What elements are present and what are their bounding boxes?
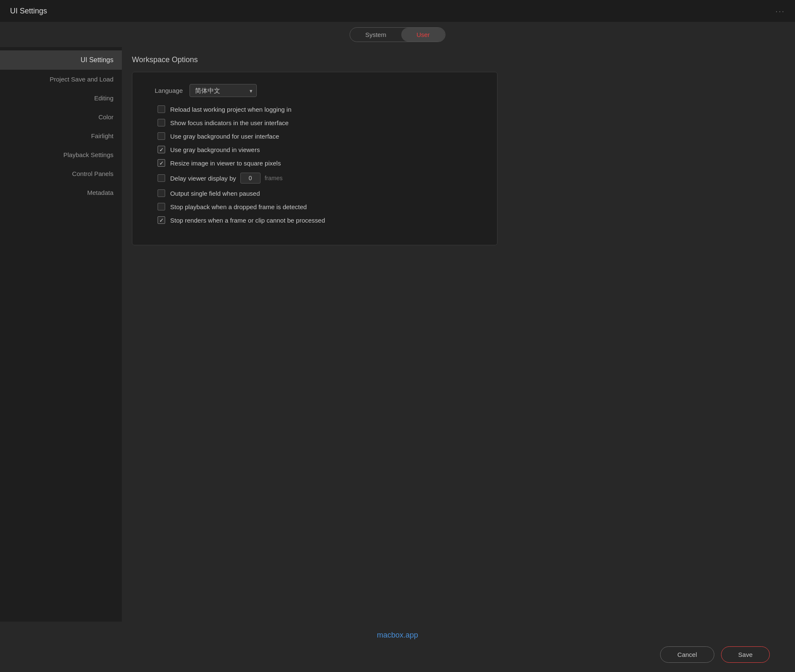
checkbox-label-resize-image-square-pixels: Resize image in viewer to square pixels	[170, 160, 281, 167]
checkbox-label-output-single-field: Output single field when paused	[170, 190, 260, 197]
main-content: UI Settings Project Save and Load Editin…	[0, 47, 795, 622]
checkbox-stop-renders-cannot-process[interactable]: ✓	[158, 216, 165, 224]
checkbox-row-show-focus-indicators: Show focus indicators in the user interf…	[149, 119, 480, 126]
sidebar-item-metadata[interactable]: Metadata	[0, 183, 122, 202]
checkmark-icon: ✓	[159, 218, 164, 223]
checkbox-stop-playback-dropped-frame[interactable]	[158, 203, 165, 210]
checkbox-use-gray-background-viewers[interactable]: ✓	[158, 146, 165, 153]
tab-system[interactable]: System	[350, 28, 401, 42]
checkbox-row-stop-renders-cannot-process: ✓ Stop renders when a frame or clip cann…	[149, 216, 480, 224]
checkbox-row-reload-last-project: Reload last working project when logging…	[149, 105, 480, 113]
sidebar-item-fairlight[interactable]: Fairlight	[0, 126, 122, 145]
sidebar-item-color[interactable]: Color	[0, 108, 122, 126]
window: UI Settings ··· System User UI Settings …	[0, 0, 795, 672]
checkbox-row-use-gray-background-viewers: ✓ Use gray background in viewers	[149, 146, 480, 153]
watermark-label: macbox.app	[377, 631, 418, 640]
checkbox-row-output-single-field: Output single field when paused	[149, 189, 480, 197]
checkbox-show-focus-indicators[interactable]	[158, 119, 165, 126]
checkmark-icon: ✓	[159, 147, 164, 152]
bottom-buttons: Cancel Save	[0, 646, 795, 663]
sidebar-item-editing[interactable]: Editing	[0, 89, 122, 108]
save-button[interactable]: Save	[721, 646, 770, 663]
sidebar-item-project-save-load[interactable]: Project Save and Load	[0, 70, 122, 89]
bottom-area: macbox.app Cancel Save	[0, 622, 795, 672]
cancel-button[interactable]: Cancel	[660, 646, 714, 663]
checkbox-output-single-field[interactable]	[158, 189, 165, 197]
checkbox-delay-viewer-display[interactable]	[158, 174, 165, 182]
workspace-options-header: Workspace Options	[132, 55, 785, 64]
window-title: UI Settings	[10, 7, 47, 16]
delay-input-row: Delay viewer display by frames	[170, 173, 283, 184]
checkbox-reload-last-project[interactable]	[158, 105, 165, 113]
checkbox-label-use-gray-background-viewers: Use gray background in viewers	[170, 146, 260, 153]
title-bar: UI Settings ···	[0, 0, 795, 22]
delay-frames-input[interactable]	[240, 173, 261, 184]
language-select[interactable]: 简体中文	[190, 84, 257, 97]
sidebar-header: UI Settings	[0, 50, 122, 70]
sidebar-item-control-panels[interactable]: Control Panels	[0, 164, 122, 183]
checkbox-label-use-gray-background-ui: Use gray background for user interface	[170, 133, 279, 140]
top-tabs: System User	[0, 22, 795, 47]
checkmark-icon: ✓	[159, 160, 164, 166]
checkbox-label-stop-renders-cannot-process: Stop renders when a frame or clip cannot…	[170, 217, 325, 224]
language-select-wrapper: 简体中文	[190, 84, 257, 97]
checkbox-row-stop-playback-dropped-frame: Stop playback when a dropped frame is de…	[149, 203, 480, 210]
checkbox-use-gray-background-ui[interactable]	[158, 132, 165, 140]
checkbox-row-resize-image-square-pixels: ✓ Resize image in viewer to square pixel…	[149, 159, 480, 167]
tab-user[interactable]: User	[401, 28, 445, 42]
sidebar-item-playback-settings[interactable]: Playback Settings	[0, 145, 122, 164]
settings-panel: Language 简体中文 Reload last working projec…	[132, 72, 498, 245]
content-area: Workspace Options Language 简体中文 Reload l…	[122, 47, 795, 622]
language-label: Language	[149, 87, 183, 94]
language-row: Language 简体中文	[149, 84, 480, 97]
checkbox-resize-image-square-pixels[interactable]: ✓	[158, 159, 165, 167]
tab-pill: System User	[350, 27, 445, 42]
checkbox-label-stop-playback-dropped-frame: Stop playback when a dropped frame is de…	[170, 203, 307, 210]
checkbox-label-delay-viewer-display: Delay viewer display by	[170, 175, 236, 182]
checkbox-label-reload-last-project: Reload last working project when logging…	[170, 106, 292, 113]
more-options-icon[interactable]: ···	[775, 6, 785, 16]
checkbox-row-delay-viewer-display: Delay viewer display by frames	[149, 173, 480, 184]
sidebar: UI Settings Project Save and Load Editin…	[0, 47, 122, 622]
frames-label: frames	[265, 175, 283, 181]
checkbox-row-use-gray-background-ui: Use gray background for user interface	[149, 132, 480, 140]
checkbox-label-show-focus-indicators: Show focus indicators in the user interf…	[170, 119, 289, 126]
